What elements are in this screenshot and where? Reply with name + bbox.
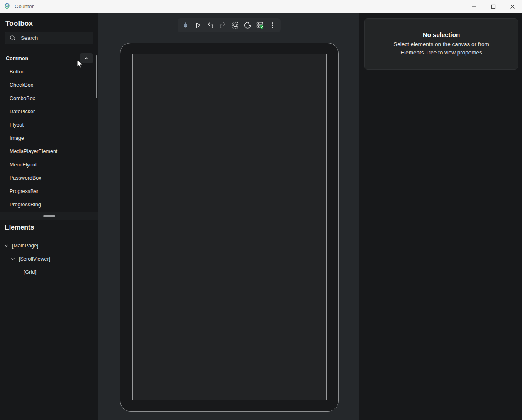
no-selection-message-line1: Select elements on the canvas or from: [393, 40, 489, 49]
redo-icon: [219, 21, 227, 29]
toolbox-item[interactable]: Button: [0, 65, 95, 78]
toolbox-item[interactable]: CheckBox: [0, 78, 95, 92]
titlebar: Counter: [0, 0, 522, 13]
no-selection-card: No selection Select elements on the canv…: [364, 18, 518, 70]
toolbox-item[interactable]: Flyout: [0, 118, 95, 132]
toolbox-item[interactable]: MenuFlyout: [0, 158, 95, 171]
tree-item-label: [Grid]: [24, 269, 37, 275]
undo-button[interactable]: [204, 19, 217, 31]
chevron-down-icon[interactable]: [4, 243, 9, 248]
search-icon: [10, 35, 16, 41]
tree-item-label: [ScrollViewer]: [19, 256, 50, 262]
design-canvas[interactable]: [98, 13, 359, 420]
toolbox-item[interactable]: PasswordBox: [0, 171, 95, 185]
section-common-label: Common: [0, 56, 28, 61]
hot-reload-flame-icon: [181, 21, 190, 29]
toolbox-item[interactable]: ProgressBar: [0, 185, 95, 198]
inspect-element-button[interactable]: [229, 19, 241, 31]
tree-item-grid[interactable]: [Grid]: [0, 266, 98, 279]
toolbox-item[interactable]: MediaPlayerElement: [0, 145, 95, 158]
chevron-up-icon: [84, 56, 89, 61]
more-options-button[interactable]: [266, 19, 279, 31]
toolbox-search[interactable]: [5, 32, 93, 44]
inspect-element-icon: [231, 21, 239, 29]
device-frame: [120, 43, 339, 412]
connection-status-ok-icon: [256, 21, 264, 29]
app-logo-icon: [3, 3, 11, 10]
left-sidebar: Toolbox Common Button CheckBox: [0, 13, 98, 420]
close-button[interactable]: [503, 0, 522, 13]
minimize-button[interactable]: [465, 0, 484, 13]
dark-theme-moon-icon: [244, 21, 252, 29]
window-title: Counter: [15, 3, 34, 10]
canvas-toolbar: [178, 18, 281, 32]
elements-tree: [MainPage] [ScrollViewer] [Grid]: [0, 239, 98, 279]
properties-panel: No selection Select elements on the canv…: [359, 13, 522, 420]
undo-icon: [206, 21, 215, 29]
device-screen-canvas[interactable]: [132, 54, 327, 400]
no-selection-title: No selection: [423, 31, 460, 38]
maximize-button[interactable]: [484, 0, 503, 13]
connection-status-button[interactable]: [254, 19, 266, 31]
no-selection-message-line2: Elements Tree to view properties: [400, 49, 482, 57]
theme-toggle-button[interactable]: [241, 19, 254, 31]
maximize-icon: [491, 4, 496, 9]
toolbox-section-common: Common: [0, 53, 95, 64]
toolbox-item[interactable]: DatePicker: [0, 105, 95, 118]
play-button[interactable]: [192, 19, 204, 31]
more-options-icon: [268, 21, 277, 29]
elements-title: Elements: [5, 224, 34, 231]
toolbox-title: Toolbox: [5, 20, 33, 28]
toolbox-item[interactable]: ProgressRing: [0, 198, 95, 211]
minimize-icon: [472, 4, 477, 9]
toolbox-scrollbar[interactable]: [96, 55, 97, 98]
close-icon: [510, 4, 515, 9]
tree-item-mainpage[interactable]: [MainPage]: [0, 239, 98, 252]
chevron-down-icon[interactable]: [10, 256, 15, 261]
panel-splitter[interactable]: [0, 212, 98, 220]
play-icon: [194, 21, 202, 29]
section-collapse-button[interactable]: [80, 53, 93, 63]
toolbox-list: Button CheckBox ComboBox DatePicker Flyo…: [0, 65, 95, 211]
toolbox-item[interactable]: Image: [0, 132, 95, 145]
splitter-handle-icon: [43, 215, 55, 217]
search-input[interactable]: [21, 35, 83, 41]
redo-button[interactable]: [217, 19, 229, 31]
tree-item-label: [MainPage]: [12, 243, 38, 249]
tree-item-scrollviewer[interactable]: [ScrollViewer]: [0, 252, 98, 266]
toolbox-item[interactable]: ComboBox: [0, 92, 95, 105]
hot-reload-button[interactable]: [179, 19, 192, 31]
